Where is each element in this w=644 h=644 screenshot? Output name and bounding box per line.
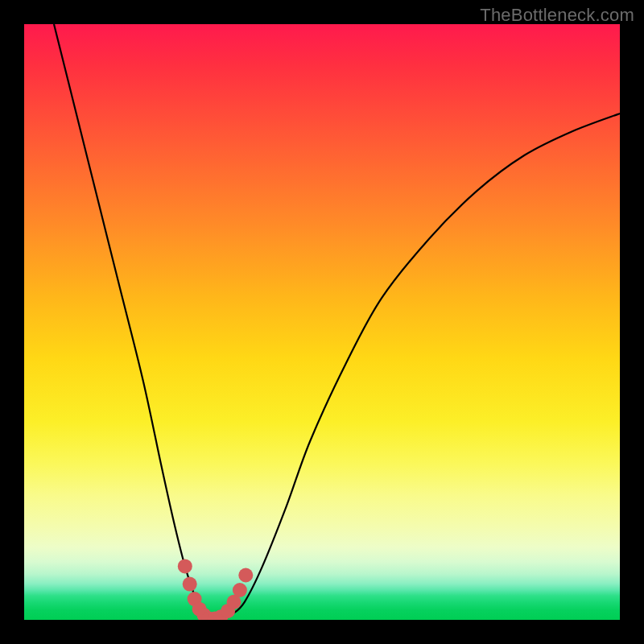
marker-dot <box>183 577 197 592</box>
highlight-markers <box>178 559 253 620</box>
plot-area <box>24 24 620 620</box>
marker-dot <box>178 559 192 573</box>
curve-layer <box>24 24 620 620</box>
marker-dot <box>233 583 247 597</box>
watermark-text: TheBottleneck.com <box>480 5 634 26</box>
chart-frame: TheBottleneck.com <box>0 0 644 644</box>
marker-dot <box>238 568 253 583</box>
bottleneck-curve <box>54 24 620 620</box>
